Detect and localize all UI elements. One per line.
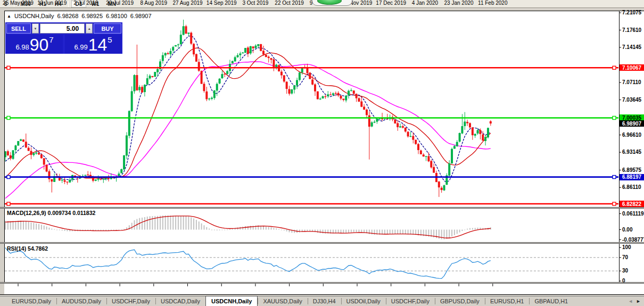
buy-price-sup: 5 — [108, 35, 112, 44]
buy-button[interactable]: BUY — [94, 23, 121, 34]
volume-decrease-button[interactable]: ▼ — [32, 23, 39, 34]
macd-pane — [5, 216, 491, 239]
macd-header: MACD(12,26,9) 0.009734 0.011832 — [7, 210, 95, 216]
one-click-trade-panel: SELL ▼ 5.00 ▲ BUY 6.98 90 7 6.99 14 5 — [5, 22, 122, 54]
current-price-badge: 6.98907 — [620, 120, 644, 127]
level-price-badge: 7.10067 — [620, 64, 644, 71]
status-pill — [312, 0, 352, 6]
rsi-header: RSI(14) 54.7862 — [7, 245, 48, 252]
level-lines[interactable] — [5, 66, 618, 205]
rsi-guide-lines — [5, 258, 618, 271]
symbol-period-label: USDCNH,Daily — [14, 13, 54, 19]
ohlc-header: ▲ USDCNH,Daily 6.98268 6.98925 6.98100 6… — [7, 13, 152, 19]
volume-increase-button[interactable]: ▲ — [86, 23, 93, 34]
sell-price-base: 6.98 — [15, 43, 29, 51]
level-price-badge: 6.88197 — [620, 174, 644, 180]
buy-price-big: 14 — [88, 37, 108, 52]
buy-price-base: 6.99 — [74, 43, 87, 51]
level-price-badge: 6.82822 — [620, 201, 644, 207]
volume-input[interactable]: 5.00 — [40, 23, 85, 34]
green-status-button[interactable] — [317, 0, 342, 5]
sell-price-display[interactable]: 6.98 90 7 — [6, 35, 63, 54]
sell-button[interactable]: SELL — [6, 23, 31, 34]
open-value: 6.98268 — [57, 13, 78, 19]
rsi-pane — [5, 248, 491, 279]
sell-price-big: 90 — [30, 37, 49, 52]
buy-price-display[interactable]: 6.99 14 5 — [65, 35, 121, 54]
collapse-icon[interactable]: ▲ — [7, 14, 11, 19]
low-value: 6.98100 — [106, 13, 127, 19]
high-value: 6.98925 — [81, 13, 103, 19]
trading-app-window: 5M30H1H4D1W1MN ▲ USDCNH,Daily 6.98268 6.… — [0, 0, 644, 306]
axis-ticks — [18, 13, 621, 286]
close-value: 6.98907 — [130, 13, 152, 19]
sell-price-sup: 7 — [49, 35, 53, 44]
